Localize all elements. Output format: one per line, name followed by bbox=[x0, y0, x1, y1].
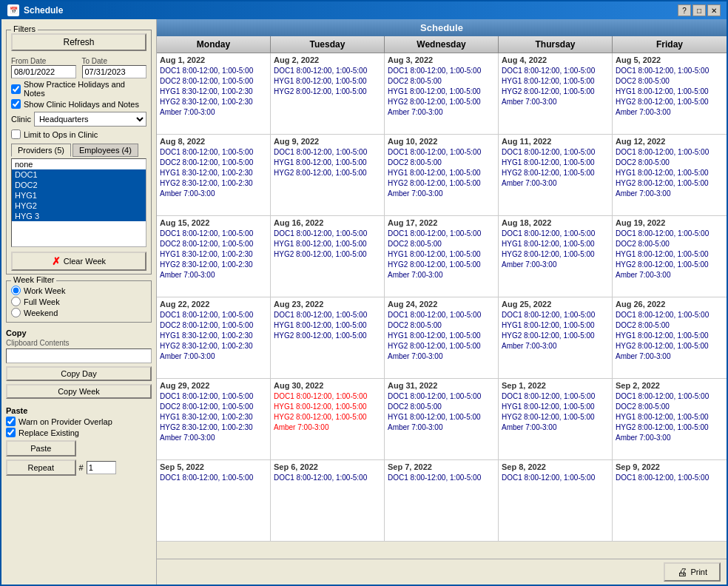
provider-item-hyg3[interactable]: HYG 3 bbox=[12, 211, 146, 221]
calendar-cell[interactable]: Aug 19, 2022DOC1 8:00-12:00, 1:00-5:00DO… bbox=[613, 216, 727, 297]
repeat-input[interactable] bbox=[87, 461, 116, 474]
show-clinic-holidays-checkbox[interactable] bbox=[11, 99, 21, 109]
cell-date: Aug 15, 2022 bbox=[160, 218, 267, 227]
cell-event: HYG1 8:00-12:00, 1:00-5:00 bbox=[274, 320, 381, 330]
cell-event: DOC1 8:00-12:00, 1:00-5:00 bbox=[274, 229, 381, 238]
calendar-cell[interactable]: Aug 31, 2022DOC1 8:00-12:00, 1:00-5:00DO… bbox=[385, 379, 499, 460]
cell-date: Aug 12, 2022 bbox=[616, 137, 724, 146]
provider-list[interactable]: none DOC1 DOC2 HYG1 HYG2 HYG 3 bbox=[11, 158, 146, 247]
cell-event: HYG2 8:00-12:00, 1:00-5:00 bbox=[274, 168, 381, 178]
limit-ops-checkbox[interactable] bbox=[11, 129, 21, 139]
calendar-cell[interactable]: Aug 18, 2022DOC1 8:00-12:00, 1:00-5:00HY… bbox=[499, 216, 613, 297]
calendar-cell[interactable]: Aug 15, 2022DOC1 8:00-12:00, 1:00-5:00DO… bbox=[157, 216, 271, 297]
col-thursday: Thursday bbox=[499, 36, 613, 53]
employees-tab[interactable]: Employees (4) bbox=[73, 144, 138, 157]
copy-title: Copy bbox=[6, 329, 152, 337]
full-week-radio[interactable] bbox=[11, 297, 21, 306]
cell-event: DOC2 8:00-5:00 bbox=[616, 76, 724, 86]
clear-week-button[interactable]: ✗ Clear Week bbox=[11, 252, 146, 271]
calendar-cell[interactable]: Aug 5, 2022DOC1 8:00-12:00, 1:00-5:00DOC… bbox=[613, 53, 727, 135]
cell-event: Amber 7:00-3:00 bbox=[160, 351, 267, 361]
calendar-cell[interactable]: Sep 8, 2022DOC1 8:00-12:00, 1:00-5:00 bbox=[499, 460, 613, 542]
calendar-cell[interactable]: Aug 29, 2022DOC1 8:00-12:00, 1:00-5:00DO… bbox=[157, 379, 271, 460]
cell-date: Aug 23, 2022 bbox=[274, 300, 381, 309]
calendar-cell[interactable]: Sep 9, 2022DOC1 8:00-12:00, 1:00-5:00 bbox=[613, 460, 727, 542]
clipboard-label: Clipboard Contents bbox=[6, 339, 152, 347]
calendar-cell[interactable]: Aug 23, 2022DOC1 8:00-12:00, 1:00-5:00HY… bbox=[271, 297, 385, 379]
calendar-cell[interactable]: Aug 1, 2022DOC1 8:00-12:00, 1:00-5:00DOC… bbox=[157, 53, 271, 135]
clipboard-input[interactable] bbox=[6, 348, 152, 363]
copy-week-button[interactable]: Copy Week bbox=[6, 384, 152, 399]
copy-day-button[interactable]: Copy Day bbox=[6, 366, 152, 381]
work-week-radio[interactable] bbox=[11, 286, 21, 295]
calendar-cell[interactable]: Aug 4, 2022DOC1 8:00-12:00, 1:00-5:00HYG… bbox=[499, 53, 613, 135]
cell-date: Aug 26, 2022 bbox=[616, 300, 724, 309]
calendar-cell[interactable]: Aug 17, 2022DOC1 8:00-12:00, 1:00-5:00DO… bbox=[385, 216, 499, 297]
full-week-row: Full Week bbox=[11, 297, 146, 306]
cell-event: HYG2 8:30-12:00, 1:00-2:30 bbox=[160, 178, 267, 188]
calendar-cell[interactable]: Aug 25, 2022DOC1 8:00-12:00, 1:00-5:00HY… bbox=[499, 297, 613, 379]
calendar-cell[interactable]: Aug 8, 2022DOC1 8:00-12:00, 1:00-5:00DOC… bbox=[157, 135, 271, 216]
cell-event: DOC1 8:00-12:00, 1:00-5:00 bbox=[502, 391, 609, 401]
clinic-select[interactable]: Headquarters bbox=[34, 112, 146, 127]
calendar-grid[interactable]: Monday Tuesday Wednesday Thursday Friday… bbox=[157, 36, 727, 559]
provider-item-doc1[interactable]: DOC1 bbox=[12, 169, 146, 180]
provider-item-hyg1[interactable]: HYG1 bbox=[12, 190, 146, 201]
provider-item-hyg2[interactable]: HYG2 bbox=[12, 201, 146, 211]
calendar-cell[interactable]: Sep 1, 2022DOC1 8:00-12:00, 1:00-5:00HYG… bbox=[499, 379, 613, 460]
cell-event: HYG1 8:00-12:00, 1:00-5:00 bbox=[274, 76, 381, 86]
cell-event: DOC2 8:00-5:00 bbox=[388, 320, 495, 330]
cell-event: DOC1 8:00-12:00, 1:00-5:00 bbox=[274, 473, 381, 482]
replace-existing-checkbox[interactable] bbox=[6, 428, 16, 437]
cell-event: DOC2 8:00-5:00 bbox=[616, 239, 724, 249]
print-button[interactable]: 🖨 Print bbox=[664, 562, 721, 582]
calendar-cell[interactable]: Sep 6, 2022DOC1 8:00-12:00, 1:00-5:00 bbox=[271, 460, 385, 542]
calendar-cell[interactable]: Aug 16, 2022DOC1 8:00-12:00, 1:00-5:00HY… bbox=[271, 216, 385, 297]
calendar-cell[interactable]: Aug 10, 2022DOC1 8:00-12:00, 1:00-5:00DO… bbox=[385, 135, 499, 216]
cell-event: Amber 7:00-3:00 bbox=[160, 433, 267, 442]
show-practice-holidays-checkbox[interactable] bbox=[11, 84, 21, 94]
calendar-cell[interactable]: Aug 3, 2022DOC1 8:00-12:00, 1:00-5:00DOC… bbox=[385, 53, 499, 135]
close-button[interactable]: ✕ bbox=[707, 4, 721, 16]
provider-item-none[interactable]: none bbox=[12, 159, 146, 169]
repeat-button[interactable]: Repeat bbox=[6, 459, 76, 476]
cell-event: HYG2 8:00-12:00, 1:00-5:00 bbox=[502, 331, 609, 340]
calendar-cell[interactable]: Aug 24, 2022DOC1 8:00-12:00, 1:00-5:00DO… bbox=[385, 297, 499, 379]
provider-item-doc2[interactable]: DOC2 bbox=[12, 180, 146, 190]
cell-event: HYG2 8:00-12:00, 1:00-5:00 bbox=[274, 87, 381, 96]
refresh-button[interactable]: Refresh bbox=[11, 33, 146, 51]
cell-event: Amber 7:00-3:00 bbox=[502, 178, 609, 188]
paste-button[interactable]: Paste bbox=[6, 440, 76, 457]
help-button[interactable]: ? bbox=[678, 4, 691, 16]
maximize-button[interactable]: □ bbox=[692, 4, 706, 16]
calendar-cell[interactable]: Aug 12, 2022DOC1 8:00-12:00, 1:00-5:00DO… bbox=[613, 135, 727, 216]
cell-event: HYG2 8:00-12:00, 1:00-5:00 bbox=[616, 260, 724, 269]
to-date-input[interactable] bbox=[82, 65, 147, 78]
calendar-cell[interactable]: Sep 7, 2022DOC1 8:00-12:00, 1:00-5:00 bbox=[385, 460, 499, 542]
calendar-cell[interactable]: Aug 26, 2022DOC1 8:00-12:00, 1:00-5:00DO… bbox=[613, 297, 727, 379]
calendar-cell[interactable]: Aug 2, 2022DOC1 8:00-12:00, 1:00-5:00HYG… bbox=[271, 53, 385, 135]
warn-provider-label: Warn on Provider Overlap bbox=[18, 417, 112, 426]
cell-date: Aug 19, 2022 bbox=[616, 218, 724, 227]
cell-date: Aug 3, 2022 bbox=[388, 55, 495, 64]
from-date-input[interactable] bbox=[11, 65, 76, 78]
weekend-radio[interactable] bbox=[11, 308, 21, 317]
calendar-cell[interactable]: Sep 2, 2022DOC1 8:00-12:00, 1:00-5:00DOC… bbox=[613, 379, 727, 460]
calendar-cell[interactable]: Aug 9, 2022DOC1 8:00-12:00, 1:00-5:00HYG… bbox=[271, 135, 385, 216]
providers-tab[interactable]: Providers (5) bbox=[11, 144, 71, 157]
cell-event: HYG2 8:30-12:00, 1:00-2:30 bbox=[160, 341, 267, 351]
cell-event: DOC1 8:00-12:00, 1:00-5:00 bbox=[616, 391, 724, 401]
calendar-cell[interactable]: Aug 11, 2022DOC1 8:00-12:00, 1:00-5:00HY… bbox=[499, 135, 613, 216]
cell-event: Amber 7:00-3:00 bbox=[160, 270, 267, 280]
warn-provider-row: Warn on Provider Overlap bbox=[6, 417, 152, 426]
warn-provider-checkbox[interactable] bbox=[6, 417, 16, 426]
cell-event: HYG2 8:00-12:00, 1:00-5:00 bbox=[616, 178, 724, 188]
cell-event: HYG2 8:00-12:00, 1:00-5:00 bbox=[616, 97, 724, 107]
cell-event: DOC1 8:00-12:00, 1:00-5:00 bbox=[388, 310, 495, 320]
cell-event: HYG2 8:00-12:00, 1:00-5:00 bbox=[502, 412, 609, 422]
cell-event: DOC1 8:00-12:00, 1:00-5:00 bbox=[388, 473, 495, 482]
calendar-cell[interactable]: Sep 5, 2022DOC1 8:00-12:00, 1:00-5:00 bbox=[157, 460, 271, 542]
cell-event: Amber 7:00-3:00 bbox=[388, 270, 495, 280]
calendar-cell[interactable]: Aug 30, 2022DOC1 8:00-12:00, 1:00-5:00HY… bbox=[271, 379, 385, 460]
calendar-cell[interactable]: Aug 22, 2022DOC1 8:00-12:00, 1:00-5:00DO… bbox=[157, 297, 271, 379]
